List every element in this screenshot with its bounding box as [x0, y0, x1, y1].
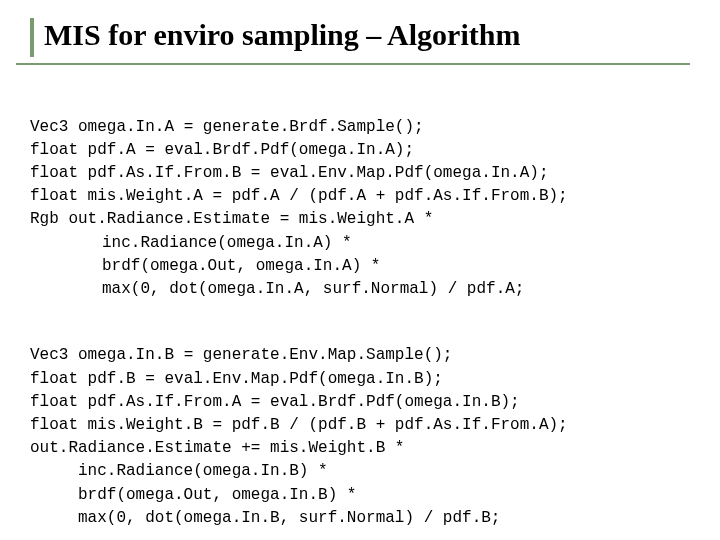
- block-gap: [30, 301, 690, 321]
- slide-title: MIS for enviro sampling – Algorithm: [44, 18, 690, 57]
- code-line: brdf(omega.Out, omega.In.A) *: [102, 257, 380, 275]
- code-block-b: Vec3 omega.In.B = generate.Env.Map.Sampl…: [30, 321, 690, 530]
- code-line: Rgb out.Radiance.Estimate = mis.Weight.A…: [30, 210, 433, 228]
- code-line: max(0, dot(omega.In.A, surf.Normal) / pd…: [102, 280, 524, 298]
- code-line: out.Radiance.Estimate += mis.Weight.B *: [30, 439, 404, 457]
- code-line: float pdf.As.If.From.B = eval.Env.Map.Pd…: [30, 164, 548, 182]
- code-line: float pdf.As.If.From.A = eval.Brdf.Pdf(o…: [30, 393, 520, 411]
- code-line: inc.Radiance(omega.In.A) *: [102, 234, 352, 252]
- code-line: float mis.Weight.B = pdf.B / (pdf.B + pd…: [30, 416, 568, 434]
- code-line: float pdf.B = eval.Env.Map.Pdf(omega.In.…: [30, 370, 443, 388]
- code-line: Vec3 omega.In.A = generate.Brdf.Sample()…: [30, 118, 424, 136]
- title-container: MIS for enviro sampling – Algorithm: [30, 18, 690, 57]
- title-underline: [16, 63, 690, 65]
- code-line: brdf(omega.Out, omega.In.B) *: [78, 486, 356, 504]
- code-line: float pdf.A = eval.Brdf.Pdf(omega.In.A);: [30, 141, 414, 159]
- code-line: Vec3 omega.In.B = generate.Env.Map.Sampl…: [30, 346, 452, 364]
- code-line: max(0, dot(omega.In.B, surf.Normal) / pd…: [78, 509, 500, 527]
- code-block-a: Vec3 omega.In.A = generate.Brdf.Sample()…: [30, 93, 690, 302]
- slide: MIS for enviro sampling – Algorithm Vec3…: [0, 0, 720, 540]
- code-line: inc.Radiance(omega.In.B) *: [78, 462, 328, 480]
- code-line: float mis.Weight.A = pdf.A / (pdf.A + pd…: [30, 187, 568, 205]
